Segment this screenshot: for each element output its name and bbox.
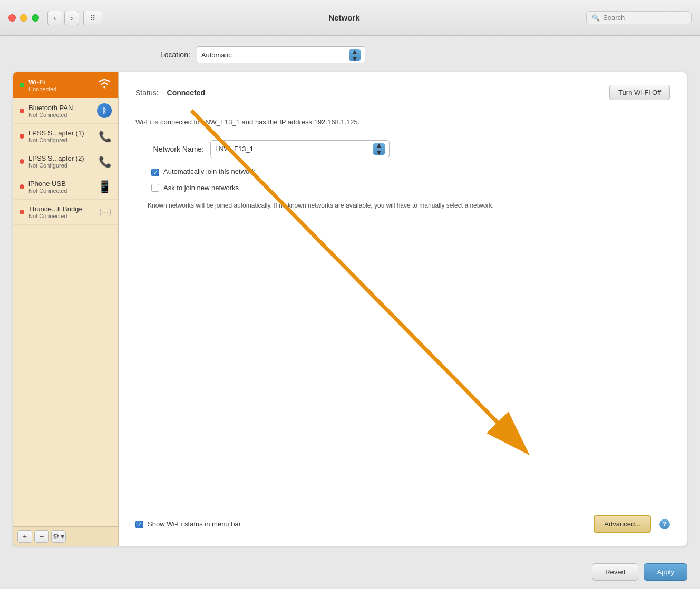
network-info-wifi: Wi-Fi Connected (28, 78, 95, 92)
network-info-bluetooth: Bluetooth PAN Not Connected (28, 104, 97, 118)
network-name-stepper[interactable]: ▲ ▼ (373, 143, 385, 155)
forward-button[interactable]: › (64, 11, 79, 25)
gear-icon: ⚙ (53, 532, 60, 541)
wifi-icon (97, 77, 112, 93)
auto-join-checkbox[interactable]: ✓ (151, 169, 159, 176)
show-wifi-row: ✓ Show Wi-Fi status in menu bar Advanced… (135, 515, 670, 533)
ask-join-sublabel: Known networks will be joined automatica… (148, 201, 670, 210)
minimize-button[interactable] (20, 14, 27, 22)
svg-line-2 (191, 111, 524, 450)
status-dot-bluetooth (20, 109, 24, 113)
network-name-row: Network Name: LNW_F13_1 ▲ ▼ (135, 140, 670, 158)
main-panel: Status: Connected Turn Wi-Fi Off Wi-Fi i… (119, 72, 687, 546)
titlebar: ‹ › ⠿ Network 🔍 (0, 0, 700, 36)
phone-icon-1: 📞 (99, 130, 112, 143)
back-button[interactable]: ‹ (47, 11, 62, 25)
network-stepper-down-icon: ▼ (376, 149, 383, 156)
network-name-lpss2: LPSS S...apter (2) (28, 154, 99, 162)
location-bar: Location: Automatic ▲ ▼ (13, 46, 687, 63)
bridge-icon: ⟨···⟩ (99, 207, 112, 217)
sidebar-item-lpss1[interactable]: LPSS S...apter (1) Not Configured 📞 (13, 124, 118, 149)
help-button[interactable]: ? (659, 519, 670, 529)
auto-join-check-icon: ✓ (153, 170, 158, 175)
network-name-select-value: LNW_F13_1 (215, 145, 254, 153)
close-button[interactable] (8, 14, 16, 22)
auto-join-label: Automatically join this network (163, 168, 255, 175)
stepper-down-icon: ▼ (351, 55, 358, 62)
status-dot-iphone (20, 184, 24, 189)
svg-point-0 (103, 86, 105, 89)
add-network-button[interactable]: + (17, 530, 32, 543)
ask-join-checkbox[interactable] (151, 184, 159, 192)
network-name-lpss1: LPSS S...apter (1) (28, 129, 99, 137)
network-name-thunderbolt: Thunde...lt Bridge (28, 205, 99, 213)
sidebar-item-thunderbolt[interactable]: Thunde...lt Bridge Not Connected ⟨···⟩ (13, 200, 118, 225)
sidebar-item-wifi[interactable]: Wi-Fi Connected (13, 72, 118, 98)
status-description: Wi-Fi is connected to LNW_F13_1 and has … (135, 117, 670, 127)
stepper-up-icon: ▲ (351, 48, 358, 55)
network-name-iphone: iPhone USB (28, 180, 98, 188)
network-status-iphone: Not Connected (28, 188, 98, 194)
action-bar: Revert Apply (0, 555, 700, 589)
phone-icon-2: 📞 (99, 155, 112, 168)
network-status-wifi: Connected (28, 86, 95, 92)
sidebar-item-bluetooth[interactable]: Bluetooth PAN Not Connected ᛒ (13, 98, 118, 124)
status-dot-wifi (20, 83, 24, 87)
network-status-thunderbolt: Not Connected (28, 213, 99, 219)
search-icon: 🔍 (592, 14, 600, 22)
show-wifi-check-icon: ✓ (138, 522, 142, 527)
network-status-lpss2: Not Configured (28, 162, 99, 169)
gear-chevron-icon: ▾ (61, 532, 64, 541)
panel-area: Wi-Fi Connected Bluetooth PAN (13, 72, 687, 546)
location-stepper[interactable]: ▲ ▼ (349, 49, 361, 61)
remove-network-button[interactable]: − (34, 530, 49, 543)
location-value: Automatic (201, 51, 232, 59)
search-input[interactable] (603, 14, 686, 22)
network-status-lpss1: Not Configured (28, 137, 99, 143)
network-info-lpss1: LPSS S...apter (1) Not Configured (28, 129, 99, 143)
window-title: Network (102, 13, 586, 22)
search-box: 🔍 (586, 11, 692, 24)
gear-button[interactable]: ⚙ ▾ (51, 530, 66, 543)
location-label: Location: (160, 51, 190, 59)
location-select[interactable]: Automatic ▲ ▼ (197, 46, 365, 63)
network-info-thunderbolt: Thunde...lt Bridge Not Connected (28, 205, 99, 219)
advanced-button[interactable]: Advanced... (594, 515, 651, 533)
sidebar-item-iphone[interactable]: iPhone USB Not Connected 📱 (13, 174, 118, 200)
sidebar-item-lpss2[interactable]: LPSS S...apter (2) Not Configured 📞 (13, 149, 118, 174)
network-info-iphone: iPhone USB Not Connected (28, 180, 98, 194)
network-name-bluetooth: Bluetooth PAN (28, 104, 97, 112)
traffic-lights (8, 14, 39, 22)
show-wifi-label: Show Wi-Fi status in menu bar (148, 520, 241, 528)
show-wifi-checkbox[interactable]: ✓ (135, 521, 143, 528)
sidebar: Wi-Fi Connected Bluetooth PAN (13, 72, 119, 546)
bluetooth-icon: ᛒ (97, 103, 112, 118)
revert-button[interactable]: Revert (592, 563, 638, 581)
auto-join-row: ✓ Automatically join this network (151, 168, 670, 176)
network-info-lpss2: LPSS S...apter (2) Not Configured (28, 154, 99, 169)
ask-join-label: Ask to join new networks (163, 184, 239, 192)
nav-buttons: ‹ › (47, 11, 79, 25)
ask-join-label-area: Ask to join new networks (163, 183, 239, 192)
bottom-section: ✓ Show Wi-Fi status in menu bar Advanced… (135, 506, 670, 533)
status-value: Connected (167, 89, 205, 97)
status-dot-lpss2 (20, 159, 24, 164)
turn-wifi-button[interactable]: Turn Wi-Fi Off (609, 85, 670, 100)
grid-button[interactable]: ⠿ (83, 11, 102, 25)
main-content: Location: Automatic ▲ ▼ Wi-Fi Connected (0, 36, 700, 555)
network-name-select[interactable]: LNW_F13_1 ▲ ▼ (210, 140, 390, 158)
network-name-wifi: Wi-Fi (28, 78, 95, 86)
status-label: Status: (135, 89, 159, 97)
network-stepper-up-icon: ▲ (376, 142, 383, 149)
status-section: Status: Connected Turn Wi-Fi Off (135, 85, 670, 100)
network-status-bluetooth: Not Connected (28, 112, 97, 118)
iphone-icon: 📱 (98, 180, 112, 194)
status-dot-lpss1 (20, 134, 24, 139)
status-dot-thunderbolt (20, 210, 24, 214)
network-name-label: Network Name: (135, 145, 204, 153)
ask-join-row: Ask to join new networks (151, 183, 670, 192)
apply-button[interactable]: Apply (644, 563, 687, 581)
maximize-button[interactable] (32, 14, 39, 22)
sidebar-toolbar: + − ⚙ ▾ (13, 526, 118, 546)
